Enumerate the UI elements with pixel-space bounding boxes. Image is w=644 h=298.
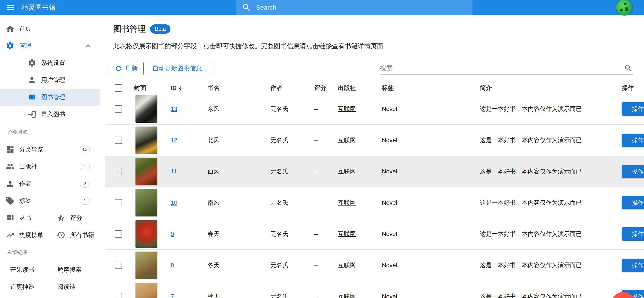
book-title[interactable]: 秋天	[204, 293, 267, 298]
row-action-button[interactable]: 操作	[622, 227, 644, 241]
book-publisher-link[interactable]: 互联网	[338, 262, 356, 269]
book-title[interactable]: 东风	[204, 105, 267, 113]
appbar-search[interactable]	[236, 0, 472, 15]
book-publisher-link[interactable]: 互联网	[338, 293, 356, 298]
book-author[interactable]: 无名氏	[267, 136, 311, 144]
book-publisher-link[interactable]: 互联网	[338, 199, 356, 206]
book-cover[interactable]	[136, 283, 157, 298]
friend-link[interactable]: 追更神器	[10, 283, 58, 291]
book-cover[interactable]	[136, 127, 157, 154]
book-tags[interactable]: Novel	[379, 106, 477, 112]
row-checkbox[interactable]	[115, 230, 122, 238]
book-title[interactable]: 西风	[204, 167, 267, 175]
book-id-link[interactable]: 7	[171, 293, 174, 298]
section-label-browse: 分类浏览	[0, 127, 100, 137]
row-action-button[interactable]: 操作	[622, 196, 644, 209]
select-all-checkbox[interactable]	[115, 84, 122, 92]
book-publisher-link[interactable]: 互联网	[338, 137, 356, 144]
table-search[interactable]	[380, 63, 633, 74]
book-tags[interactable]: Novel	[379, 199, 477, 206]
book-publisher-link[interactable]: 互联网	[338, 231, 356, 237]
book-rating[interactable]: –	[311, 199, 335, 206]
sidebar-item-authors[interactable]: 作者 2	[0, 175, 100, 192]
friend-link[interactable]: 阅读链	[58, 283, 76, 291]
sidebar-item-publishers[interactable]: 出版社 1	[0, 158, 100, 175]
row-checkbox[interactable]	[115, 199, 122, 206]
book-publisher-link[interactable]: 互联网	[338, 106, 356, 112]
row-checkbox[interactable]	[115, 168, 122, 175]
book-title[interactable]: 北风	[204, 136, 267, 144]
sidebar-item-import-books[interactable]: 导入图书	[0, 106, 100, 123]
book-description[interactable]: 这是一本好书，本内容仅作为演示而已	[477, 293, 619, 298]
appbar-search-input[interactable]	[256, 4, 467, 11]
book-id-link[interactable]: 9	[171, 231, 174, 237]
book-author[interactable]: 无名氏	[267, 293, 311, 298]
friend-link[interactable]: 芒果读书	[10, 266, 58, 274]
book-tags[interactable]: Novel	[379, 137, 477, 144]
row-checkbox[interactable]	[115, 262, 122, 269]
book-author[interactable]: 无名氏	[267, 105, 311, 113]
book-cover[interactable]	[136, 220, 157, 248]
book-description[interactable]: 这是一本好书，本内容仅作为演示而已	[477, 230, 619, 238]
book-tags[interactable]: Novel	[379, 262, 477, 269]
book-title[interactable]: 冬天	[204, 261, 267, 269]
book-cover[interactable]	[136, 189, 157, 216]
row-action-button[interactable]: 操作	[622, 134, 644, 147]
book-publisher-link[interactable]: 互联网	[338, 168, 356, 175]
row-action-button[interactable]: 操作	[622, 259, 644, 272]
sidebar-item-book-management[interactable]: 图书管理	[0, 89, 100, 106]
sidebar-item-rating[interactable]: 评分	[51, 213, 82, 222]
book-rating[interactable]: –	[311, 106, 335, 112]
row-action-button[interactable]: 操作	[622, 165, 644, 178]
book-description[interactable]: 这是一本好书，本内容仅作为演示而已	[477, 167, 619, 175]
book-cover[interactable]	[136, 158, 157, 185]
book-tags[interactable]: Novel	[379, 168, 477, 175]
sidebar-item-user-management[interactable]: 用户管理	[0, 71, 100, 89]
book-title[interactable]: 南风	[204, 199, 267, 207]
sidebar-item-popularity[interactable]: 热度榜单	[0, 231, 51, 240]
table-search-input[interactable]	[380, 63, 624, 73]
book-description[interactable]: 这是一本好书，本内容仅作为演示而已	[477, 199, 619, 207]
book-id-link[interactable]: 13	[171, 106, 177, 112]
menu-icon[interactable]	[0, 2, 16, 12]
book-id-link[interactable]: 12	[171, 137, 177, 144]
book-description[interactable]: 这是一本好书，本内容仅作为演示而已	[477, 105, 619, 113]
sidebar-item-home[interactable]: 首页	[0, 20, 100, 37]
sidebar-item-label: 标签	[19, 197, 31, 205]
book-description[interactable]: 这是一本好书，本内容仅作为演示而已	[477, 136, 619, 144]
book-tags[interactable]: Novel	[379, 293, 477, 298]
row-checkbox[interactable]	[115, 105, 122, 113]
book-rating[interactable]: –	[311, 293, 335, 298]
book-rating[interactable]: –	[311, 168, 335, 175]
book-id-link[interactable]: 11	[171, 168, 177, 175]
auto-update-button[interactable]: 自动更新图书信息...	[147, 62, 213, 75]
book-description[interactable]: 这是一本好书，本内容仅作为演示而已	[477, 261, 619, 269]
book-author[interactable]: 无名氏	[267, 167, 311, 175]
sidebar-item-all-books[interactable]: 所有书籍	[51, 231, 94, 240]
book-rating[interactable]: –	[311, 137, 335, 144]
book-author[interactable]: 无名氏	[267, 230, 311, 238]
book-cover[interactable]	[136, 95, 157, 123]
sidebar-item-category-browse[interactable]: 分类导览 13	[0, 141, 100, 158]
avatar[interactable]	[616, 0, 632, 16]
book-id-link[interactable]: 10	[171, 199, 177, 206]
row-action-button[interactable]: 操作	[622, 102, 644, 116]
friend-link[interactable]: 鸠摩搜索	[58, 266, 82, 274]
book-id-link[interactable]: 8	[171, 262, 174, 269]
sidebar-item-system-settings[interactable]: 系统设置	[0, 54, 100, 71]
header-id[interactable]: ID	[171, 85, 204, 91]
dashboard-icon	[6, 145, 14, 154]
book-rating[interactable]: –	[311, 262, 335, 269]
sidebar-item-series[interactable]: 丛书	[0, 213, 51, 222]
book-tags[interactable]: Novel	[379, 231, 477, 237]
row-checkbox[interactable]	[115, 137, 122, 144]
sidebar-item-manage[interactable]: 管理	[0, 37, 100, 54]
refresh-button[interactable]: 刷新	[109, 62, 144, 75]
sidebar-item-tags[interactable]: 标签 1	[0, 192, 100, 209]
book-author[interactable]: 无名氏	[267, 199, 311, 207]
row-checkbox[interactable]	[115, 293, 122, 298]
book-cover[interactable]	[136, 252, 157, 279]
book-title[interactable]: 春天	[204, 230, 267, 238]
book-author[interactable]: 无名氏	[267, 261, 311, 269]
book-rating[interactable]: –	[311, 231, 335, 237]
